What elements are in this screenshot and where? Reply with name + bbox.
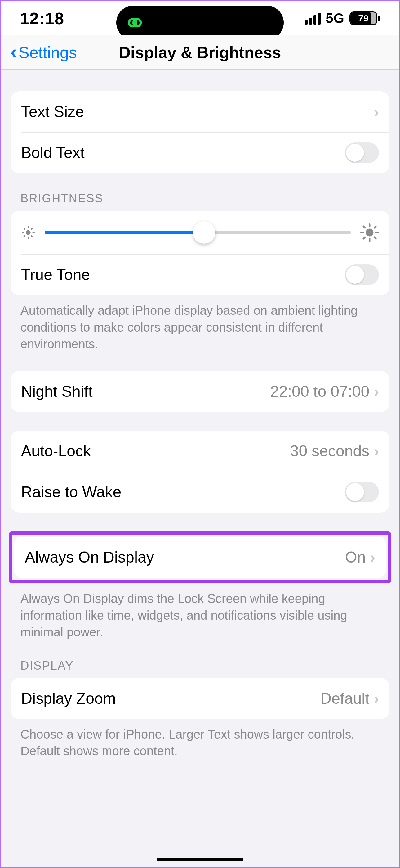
chevron-left-icon: ‹ [10,42,17,61]
row-true-tone: True Tone [10,254,390,295]
svg-line-8 [32,236,33,237]
display-zoom-label: Display Zoom [21,689,320,708]
row-text-size[interactable]: Text Size › [10,91,390,132]
chevron-right-icon: › [370,548,375,566]
svg-line-9 [24,236,25,237]
true-tone-label: True Tone [21,266,345,284]
aod-footer: Always On Display dims the Lock Screen w… [10,583,390,641]
svg-line-10 [32,228,33,229]
back-label: Settings [19,43,77,62]
row-display-zoom[interactable]: Display Zoom Default › [10,678,390,719]
chevron-right-icon: › [374,103,379,121]
bold-text-switch[interactable] [345,143,379,163]
group-text: Text Size › Bold Text [10,91,390,173]
auto-lock-label: Auto-Lock [21,442,290,460]
svg-line-7 [24,228,25,229]
text-size-label: Text Size [21,103,374,121]
dynamic-island[interactable] [116,6,284,40]
screen: 12:18 5G 79 ‹ [0,0,400,868]
home-indicator[interactable] [157,858,243,861]
brightness-slider[interactable] [45,231,351,234]
sun-small-icon [21,225,35,240]
battery-icon: 79 [349,11,380,25]
svg-point-2 [26,230,30,235]
display-header: DISPLAY [10,659,390,678]
brightness-slider-row [10,211,390,254]
status-bar: 12:18 5G 79 [1,1,399,35]
brightness-header: BRIGHTNESS [10,192,390,211]
svg-line-17 [374,237,376,239]
back-button[interactable]: ‹ Settings [10,43,77,62]
row-night-shift[interactable]: Night Shift 22:00 to 07:00 › [10,371,390,412]
aod-footer-group: Always On Display dims the Lock Screen w… [10,583,390,641]
aod-label: Always On Display [25,548,345,566]
network-label: 5G [326,10,344,26]
group-display: DISPLAY Display Zoom Default › Choose a … [10,659,390,760]
display-footer: Choose a view for iPhone. Larger Text sh… [10,719,390,760]
row-auto-lock[interactable]: Auto-Lock 30 seconds › [10,431,390,471]
sun-large-icon [360,223,379,242]
svg-line-16 [363,226,365,228]
svg-line-19 [374,226,376,228]
slider-thumb[interactable] [193,221,215,244]
row-always-on-display[interactable]: Always On Display On › [14,537,386,578]
battery-percent: 79 [351,12,376,24]
link-icon [126,13,144,32]
status-time: 12:18 [20,9,64,28]
group-brightness: BRIGHTNESS [10,192,390,352]
status-right: 5G 79 [305,10,380,26]
page-title: Display & Brightness [119,43,281,62]
chevron-right-icon: › [374,442,379,460]
aod-value: On [345,548,366,566]
svg-point-11 [366,229,374,237]
auto-lock-value: 30 seconds [290,442,370,460]
chevron-right-icon: › [374,382,379,400]
content[interactable]: Text Size › Bold Text BRIGHTNESS [1,91,399,772]
group-night-shift: Night Shift 22:00 to 07:00 › [10,371,390,412]
group-lock: Auto-Lock 30 seconds › Raise to Wake [10,431,390,513]
svg-line-18 [363,237,365,239]
display-zoom-value: Default [320,689,369,708]
raise-switch[interactable] [345,482,379,502]
highlight-box: Always On Display On › [9,531,391,583]
true-tone-switch[interactable] [345,265,379,285]
cellular-signal-icon [305,12,321,25]
brightness-footer: Automatically adapt iPhone display based… [10,295,390,352]
row-bold-text: Bold Text [10,132,390,173]
night-shift-label: Night Shift [21,382,270,400]
bold-text-label: Bold Text [21,144,345,162]
chevron-right-icon: › [374,689,379,708]
raise-label: Raise to Wake [21,483,345,501]
night-shift-value: 22:00 to 07:00 [270,382,370,400]
nav-header: ‹ Settings Display & Brightness [1,35,399,69]
row-raise-to-wake: Raise to Wake [10,471,390,513]
